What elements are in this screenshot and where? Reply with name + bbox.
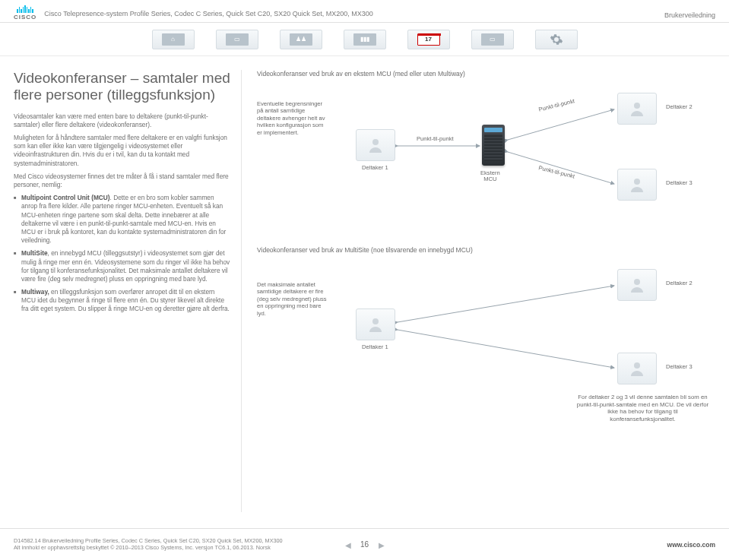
- svg-line-6: [398, 286, 614, 322]
- participant-3b-label: Deltaker 3: [666, 363, 693, 370]
- diagram2-sidenote: Det maksimale antallet samtidige deltake…: [257, 281, 329, 317]
- list-item: Multipoint Control Unit (MCU). Dette er …: [14, 194, 230, 245]
- left-column: Videokonferanser – samtaler med flere pe…: [14, 70, 242, 512]
- participant-1-icon: [356, 129, 395, 161]
- svg-point-4: [634, 103, 640, 109]
- doc-title: Cisco Telepresence-system Profile Series…: [44, 10, 373, 17]
- svg-line-7: [398, 330, 614, 368]
- feature-list: Multipoint Control Unit (MCU). Dette er …: [14, 194, 230, 313]
- participant-1-label: Deltaker 1: [362, 164, 388, 171]
- tab-presentation[interactable]: ▮▮▮: [344, 30, 386, 49]
- participant-1b-label: Deltaker 1: [362, 343, 388, 350]
- participant-3-label: Deltaker 3: [666, 179, 693, 186]
- participant-2b-label: Deltaker 2: [666, 280, 693, 286]
- svg-line-2: [508, 152, 614, 184]
- tab-display[interactable]: ▭: [216, 30, 258, 49]
- tab-bar: ⌂ ▭ ♟♟ ▮▮▮ 17 ▭: [0, 23, 729, 56]
- ptp-label-1: Punkt-til-punkt: [417, 135, 454, 142]
- diagram1-sidenote: Eventuelle begrensninger på antall samti…: [257, 100, 329, 136]
- svg-line-1: [508, 109, 614, 140]
- participant-2-icon: [617, 93, 657, 125]
- ptp-label-2: Punkt-til-punkt: [538, 97, 575, 112]
- main-content: Videokonferanser – samtaler med flere pe…: [0, 56, 729, 512]
- next-page-icon[interactable]: ▶: [379, 540, 385, 549]
- intro-p3: Med Cisco videosystemer finnes det tre m…: [14, 172, 230, 189]
- diagram-external-mcu: Eventuelle begrensninger på antall samti…: [257, 87, 715, 223]
- svg-point-10: [634, 362, 640, 369]
- footer-site: www.cisco.com: [667, 541, 715, 549]
- intro-p1: Videosamtaler kan være med enten bare to…: [14, 112, 230, 129]
- participant-3b-icon: [617, 353, 657, 384]
- guide-label: Brukerveiledning: [664, 11, 715, 19]
- diagram2-heading: Videokonferanser ved bruk av MultiSite (…: [257, 246, 715, 254]
- section-title: Videokonferanser – samtaler med flere pe…: [14, 70, 230, 103]
- footer: D14582.14 Brukerveiledning Profile Serie…: [0, 528, 729, 560]
- svg-point-5: [634, 179, 640, 185]
- intro-p2: Muligheten for å håndtere samtaler med f…: [14, 134, 230, 168]
- svg-point-9: [634, 279, 640, 285]
- mcu-server-icon: [482, 125, 505, 166]
- participant-3-icon: [617, 169, 657, 201]
- tab-calendar[interactable]: 17: [407, 30, 450, 49]
- list-item: MultiSite, en innebygd MCU (tilleggsutst…: [14, 249, 230, 283]
- header-bar: CISCO Cisco Telepresence-system Profile …: [0, 0, 729, 23]
- svg-point-8: [372, 318, 379, 324]
- diagram1-heading: Videokonferanser ved bruk av en ekstern …: [257, 70, 715, 78]
- page-number: 16: [360, 540, 369, 549]
- participant-2b-icon: [617, 269, 657, 301]
- diagram-multisite: Det maksimale antallet samtidige deltake…: [257, 263, 715, 438]
- list-item: Multiway, en tilleggsfunksjon som overfø…: [14, 288, 230, 314]
- participant-1b-icon: [356, 308, 395, 340]
- tab-guide[interactable]: ▭: [471, 30, 514, 49]
- diagram2-footnote: For deltaker 2 og 3 vil denne samtalen b…: [576, 394, 709, 423]
- svg-point-3: [372, 139, 379, 145]
- tab-participants[interactable]: ♟♟: [280, 30, 322, 49]
- cisco-logo: CISCO: [14, 5, 36, 21]
- cisco-wordmark: CISCO: [14, 14, 36, 21]
- right-column: Videokonferanser ved bruk av en ekstern …: [254, 70, 715, 512]
- tab-settings[interactable]: [535, 30, 578, 49]
- mcu-server-label: Ekstern MCU: [480, 170, 500, 183]
- footer-meta: D14582.14 Brukerveiledning Profile Serie…: [14, 538, 283, 552]
- tab-home[interactable]: ⌂: [152, 30, 195, 49]
- prev-page-icon[interactable]: ◀: [345, 540, 351, 549]
- participant-2-label: Deltaker 2: [666, 103, 693, 110]
- ptp-label-3: Punkt-til-punkt: [538, 164, 575, 179]
